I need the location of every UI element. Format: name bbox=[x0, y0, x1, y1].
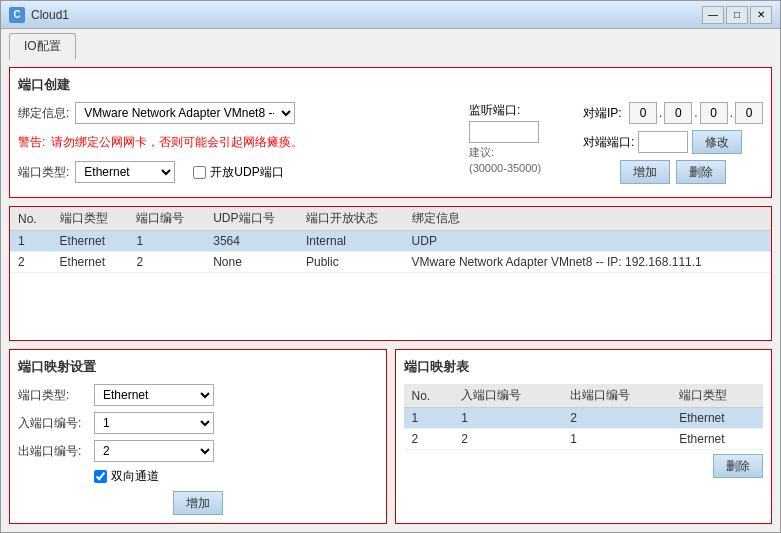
cell-status: Internal bbox=[298, 231, 404, 252]
port-type-select[interactable]: Ethernet bbox=[75, 161, 175, 183]
main-window: C Cloud1 — □ ✕ IO配置 端口创建 绑定信息: bbox=[0, 0, 781, 533]
left-form: 绑定信息: VMware Network Adapter VMnet8 -- I… bbox=[18, 102, 457, 189]
mapping-add-row: 增加 bbox=[18, 491, 378, 515]
mapping-type-label: 端口类型: bbox=[18, 387, 88, 404]
bidirectional-row: 双向通道 bbox=[94, 468, 378, 485]
ip-seg-4: 0 bbox=[735, 102, 763, 124]
cell-udp: 3564 bbox=[205, 231, 298, 252]
in-port-select[interactable]: 1 bbox=[94, 412, 214, 434]
listen-label: 监听端口: bbox=[469, 102, 520, 119]
out-port-select[interactable]: 2 bbox=[94, 440, 214, 462]
mapping-table: No. 入端口编号 出端口编号 端口类型 1 1 2 Ethernet 2 2 … bbox=[404, 384, 764, 450]
maximize-button[interactable]: □ bbox=[726, 6, 748, 24]
cell-udp: None bbox=[205, 252, 298, 273]
title-buttons: — □ ✕ bbox=[702, 6, 772, 24]
col-num: 端口编号 bbox=[128, 207, 205, 231]
map-cell-no: 2 bbox=[404, 429, 454, 450]
warning-row: 警告: 请勿绑定公网网卡，否则可能会引起网络瘫痪。 bbox=[18, 134, 457, 151]
in-port-row: 入端口编号: 1 bbox=[18, 412, 378, 434]
bidirectional-checkbox[interactable] bbox=[94, 470, 107, 483]
listen-row: 监听端口: bbox=[469, 102, 559, 119]
cell-binding: VMware Network Adapter VMnet8 -- IP: 192… bbox=[404, 252, 771, 273]
map-col-in: 入端口编号 bbox=[453, 384, 562, 408]
col-no: No. bbox=[10, 207, 52, 231]
port-creation-section: 端口创建 绑定信息: VMware Network Adapter VMnet8… bbox=[9, 67, 772, 198]
creation-action-buttons: 增加 删除 bbox=[583, 160, 763, 184]
list-item[interactable]: 1 1 2 Ethernet bbox=[404, 408, 764, 429]
port-table-body: 1 Ethernet 1 3564 Internal UDP 2 Etherne… bbox=[10, 231, 771, 273]
peer-port-label: 对端端口: bbox=[583, 134, 634, 151]
udp-checkbox-label[interactable]: 开放UDP端口 bbox=[210, 164, 283, 181]
suggest-label: 建议: bbox=[469, 145, 559, 160]
cell-type: Ethernet bbox=[52, 252, 129, 273]
port-mapping-table-section: 端口映射表 No. 入端口编号 出端口编号 端口类型 1 1 2 Etherne… bbox=[395, 349, 773, 524]
mapping-delete-row: 删除 bbox=[404, 454, 764, 478]
map-col-no: No. bbox=[404, 384, 454, 408]
mapping-settings-title: 端口映射设置 bbox=[18, 358, 378, 376]
port-table: No. 端口类型 端口编号 UDP端口号 端口开放状态 绑定信息 1 Ether… bbox=[10, 207, 771, 273]
close-button[interactable]: ✕ bbox=[750, 6, 772, 24]
map-cell-out: 2 bbox=[562, 408, 671, 429]
add-mapping-button[interactable]: 增加 bbox=[173, 491, 223, 515]
add-port-button[interactable]: 增加 bbox=[620, 160, 670, 184]
map-cell-in: 2 bbox=[453, 429, 562, 450]
binding-select[interactable]: VMware Network Adapter VMnet8 -- IP: 192… bbox=[75, 102, 295, 124]
out-port-label: 出端口编号: bbox=[18, 443, 88, 460]
map-col-out: 出端口编号 bbox=[562, 384, 671, 408]
warning-text: 请勿绑定公网网卡，否则可能会引起网络瘫痪。 bbox=[51, 134, 303, 151]
udp-checkbox[interactable] bbox=[193, 166, 206, 179]
suggest-range: (30000-35000) bbox=[469, 162, 559, 174]
mapping-type-row: 端口类型: Ethernet bbox=[18, 384, 378, 406]
cell-no: 1 bbox=[10, 231, 52, 252]
main-content: 端口创建 绑定信息: VMware Network Adapter VMnet8… bbox=[1, 59, 780, 532]
list-item[interactable]: 2 2 1 Ethernet bbox=[404, 429, 764, 450]
peer-port-input[interactable]: 0 bbox=[638, 131, 688, 153]
warning-label: 警告: bbox=[18, 134, 45, 151]
title-bar: C Cloud1 — □ ✕ bbox=[1, 1, 780, 29]
ip-box: 0 . 0 . 0 . 0 bbox=[629, 102, 763, 124]
ip-seg-1: 0 bbox=[629, 102, 657, 124]
port-mapping-settings-section: 端口映射设置 端口类型: Ethernet 入端口编号: 1 出端口编号: bbox=[9, 349, 387, 524]
right-controls: 对端IP: 0 . 0 . 0 . 0 对端端口: 0 bbox=[583, 102, 763, 184]
map-cell-type: Ethernet bbox=[671, 429, 763, 450]
listen-port-input[interactable]: 30000 bbox=[469, 121, 539, 143]
bidirectional-label[interactable]: 双向通道 bbox=[111, 468, 159, 485]
map-cell-in: 1 bbox=[453, 408, 562, 429]
col-binding: 绑定信息 bbox=[404, 207, 771, 231]
modify-button[interactable]: 修改 bbox=[692, 130, 742, 154]
minimize-button[interactable]: — bbox=[702, 6, 724, 24]
cell-num: 1 bbox=[128, 231, 205, 252]
peer-port-row: 对端端口: 0 修改 bbox=[583, 130, 763, 154]
col-udp: UDP端口号 bbox=[205, 207, 298, 231]
cell-status: Public bbox=[298, 252, 404, 273]
tab-io-config[interactable]: IO配置 bbox=[9, 33, 76, 60]
ip-seg-2: 0 bbox=[664, 102, 692, 124]
mapping-type-select[interactable]: Ethernet bbox=[94, 384, 214, 406]
port-creation-title: 端口创建 bbox=[18, 76, 763, 94]
window-title: Cloud1 bbox=[31, 8, 702, 22]
tab-bar: IO配置 bbox=[1, 29, 780, 59]
col-type: 端口类型 bbox=[52, 207, 129, 231]
ip-seg-3: 0 bbox=[700, 102, 728, 124]
peer-ip-label: 对端IP: bbox=[583, 105, 625, 122]
port-type-row: 端口类型: Ethernet 开放UDP端口 bbox=[18, 161, 457, 183]
port-type-label: 端口类型: bbox=[18, 164, 69, 181]
delete-port-button[interactable]: 删除 bbox=[676, 160, 726, 184]
port-table-section: No. 端口类型 端口编号 UDP端口号 端口开放状态 绑定信息 1 Ether… bbox=[9, 206, 772, 341]
cell-type: Ethernet bbox=[52, 231, 129, 252]
cell-binding: UDP bbox=[404, 231, 771, 252]
map-col-type: 端口类型 bbox=[671, 384, 763, 408]
table-row[interactable]: 2 Ethernet 2 None Public VMware Network … bbox=[10, 252, 771, 273]
cell-no: 2 bbox=[10, 252, 52, 273]
table-row[interactable]: 1 Ethernet 1 3564 Internal UDP bbox=[10, 231, 771, 252]
udp-checkbox-row: 开放UDP端口 bbox=[193, 164, 283, 181]
binding-row: 绑定信息: VMware Network Adapter VMnet8 -- I… bbox=[18, 102, 457, 124]
mapping-header-row: No. 入端口编号 出端口编号 端口类型 bbox=[404, 384, 764, 408]
mapping-table-body: 1 1 2 Ethernet 2 2 1 Ethernet bbox=[404, 408, 764, 450]
delete-mapping-button[interactable]: 删除 bbox=[713, 454, 763, 478]
col-status: 端口开放状态 bbox=[298, 207, 404, 231]
app-icon: C bbox=[9, 7, 25, 23]
table-header-row: No. 端口类型 端口编号 UDP端口号 端口开放状态 绑定信息 bbox=[10, 207, 771, 231]
map-cell-out: 1 bbox=[562, 429, 671, 450]
in-port-label: 入端口编号: bbox=[18, 415, 88, 432]
